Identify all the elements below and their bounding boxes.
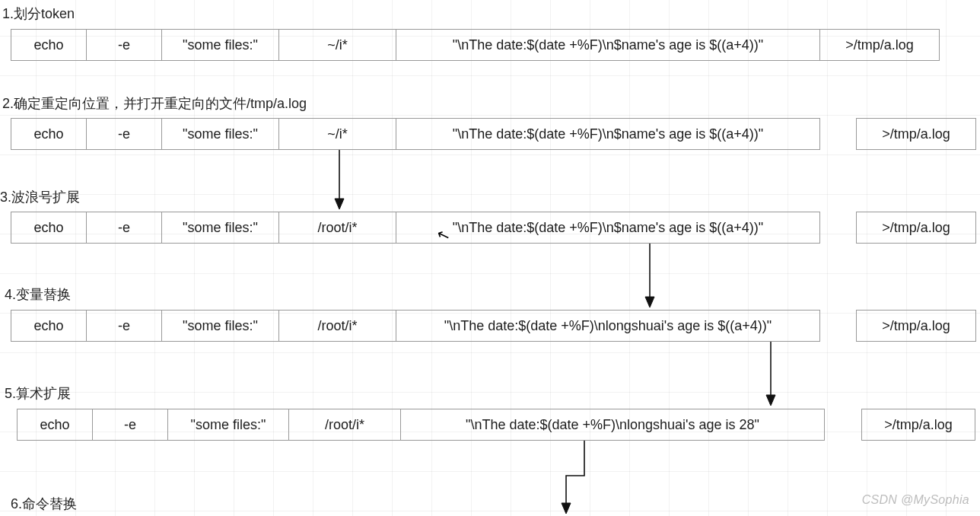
step3-label: 3.波浪号扩展 — [0, 188, 80, 206]
cell-dash-e: -e — [86, 310, 162, 342]
cell-somefiles: "some files:" — [161, 310, 279, 342]
cell-redir-detached: >/tmp/a.log — [861, 409, 975, 441]
cell-echo: echo — [17, 409, 93, 441]
cell-long1: "\nThe date:$(date +%F)\n$name's age is … — [396, 212, 820, 244]
arrow-tilde-expand — [332, 150, 347, 211]
cell-redir-detached: >/tmp/a.log — [856, 310, 976, 342]
cell-long1: "\nThe date:$(date +%F)\n$name's age is … — [396, 29, 820, 61]
cell-long1: "\nThe date:$(date +%F)\n$name's age is … — [396, 118, 820, 150]
cell-tilde: ~/i* — [278, 118, 396, 150]
step2-label: 2.确定重定向位置，并打开重定向的文件/tmp/a.log — [2, 94, 307, 113]
diagram-canvas: 1.划分token echo -e "some files:" ~/i* "\n… — [0, 0, 980, 516]
arrow-arith-expand — [763, 342, 778, 407]
cell-root-i: /root/i* — [288, 409, 401, 441]
row4: echo -e "some files:" /root/i* "\nThe da… — [11, 310, 820, 342]
svg-marker-5 — [766, 395, 775, 406]
step1-label: 1.划分token — [2, 5, 75, 23]
cell-redir: >/tmp/a.log — [819, 29, 940, 61]
cell-echo: echo — [11, 212, 87, 244]
cell-root-i: /root/i* — [278, 212, 396, 244]
step4-label: 4.变量替换 — [5, 285, 71, 304]
cell-somefiles: "some files:" — [161, 212, 279, 244]
svg-marker-6 — [562, 503, 571, 514]
cell-long2: "\nThe date:$(date +%F)\nlongshuai's age… — [396, 310, 820, 342]
cell-dash-e: -e — [86, 29, 162, 61]
cell-root-i: /root/i* — [278, 310, 396, 342]
row2: echo -e "some files:" ~/i* "\nThe date:$… — [11, 118, 820, 150]
svg-marker-1 — [335, 199, 344, 209]
cell-redir-detached: >/tmp/a.log — [856, 118, 976, 150]
cell-dash-e: -e — [92, 409, 168, 441]
row3: echo -e "some files:" /root/i* "\nThe da… — [11, 212, 820, 244]
watermark: CSDN @MySophia — [862, 493, 969, 507]
cell-tilde: ~/i* — [278, 29, 396, 61]
cell-dash-e: -e — [86, 118, 162, 150]
cell-somefiles: "some files:" — [167, 409, 289, 441]
cell-long3: "\nThe date:$(date +%F)\nlongshuai's age… — [400, 409, 825, 441]
cell-echo: echo — [11, 118, 87, 150]
row1: echo -e "some files:" ~/i* "\nThe date:$… — [11, 29, 940, 61]
cell-somefiles: "some files:" — [161, 118, 279, 150]
cell-somefiles: "some files:" — [161, 29, 279, 61]
svg-marker-3 — [645, 297, 654, 307]
cell-echo: echo — [11, 29, 87, 61]
row5: echo -e "some files:" /root/i* "\nThe da… — [17, 409, 825, 441]
arrow-cmd-subst — [554, 441, 600, 515]
cell-redir-detached: >/tmp/a.log — [856, 212, 976, 244]
cell-echo: echo — [11, 310, 87, 342]
cell-dash-e: -e — [86, 212, 162, 244]
arrow-var-subst — [642, 244, 657, 309]
step5-label: 5.算术扩展 — [5, 384, 71, 403]
step6-label: 6.命令替换 — [11, 495, 77, 513]
